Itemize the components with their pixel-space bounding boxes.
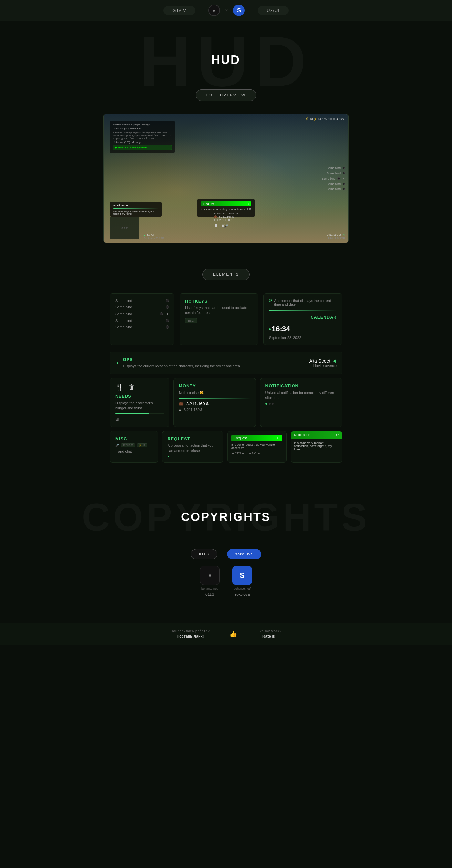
briefcase-icon: 💼 [179,401,184,406]
misc-card: MISC 🎤 125/1000 ⚡ 12 ...and chat [110,431,158,463]
footer-label-en: Like my work? [257,629,282,633]
money-line-1: 💼 3.211.160 $ [214,215,234,218]
top-nav: GTA V ● × S UX/UI [0,0,452,21]
yes-btn[interactable]: ◄ YES ► [214,212,225,215]
notif-dot-3 [272,403,274,405]
keybind-dot-1 [343,167,345,169]
credit-logo-sokolova[interactable]: S behance.net/ sokol0va [232,566,252,597]
request-widget-btns: ◄ YES ► ◄ NO ► [231,452,283,455]
behance-label-2: behance.net/ [234,587,251,590]
needs-desc: Displays the character's hunger and thir… [115,401,164,411]
misc-badge: 125/1000 [121,443,135,447]
fork-icon: 🍴 [115,383,123,391]
calendar-time: 16:34 [272,325,290,333]
logo-sokolova-icon: S [232,566,252,585]
money-green-line [179,398,251,399]
gps-street: Alta Street [309,359,330,364]
nav-uxui-pill[interactable]: UX/UI [258,6,289,15]
hud-request-key: C [247,202,249,206]
misc-badge-2: ⚡ 12 [137,443,147,447]
drop-icon: 🗑 [129,383,135,391]
hud-keybinds: Some bind Some bind Some bind ◄ Some bin… [321,166,345,191]
keybind-item-4: Some bind [115,319,169,322]
chevron-icon: ◄ [342,177,345,180]
gps-label: GPS [123,357,240,362]
credit-btn-01ls[interactable]: 01LS [191,549,217,559]
notification-label: NOTIFICATION [265,383,337,389]
needs-label: NEEDS [115,394,164,399]
hotkeys-desc: List of keys that can be used to activat… [185,306,253,315]
no-btn[interactable]: ◄ NO ► [228,212,238,215]
cash-icon: ≡ [179,407,181,412]
footer: Понравилась работа? Поставь лайк! 👍 Like… [0,623,452,645]
hud-stats: ⚡ 13 ⚡ 14 125/ 1000 ◄ 12✗ [305,117,345,121]
request-widget-card: Request C It is some request, do you wan… [227,431,287,463]
keybind-label-1: Some bind [115,299,132,303]
gps-area: Havick avenue [309,364,337,368]
notification-dots [265,403,337,405]
keybind-dot-2 [343,172,345,175]
needs-bar-fill [115,413,149,414]
needs-icons: 🍴 🗑 [115,383,164,391]
keybind-label-3: Some bind [115,312,132,316]
gps-desc: Displays the current location of the cha… [123,364,240,369]
hotkeys-kbd: ESC [185,318,197,323]
nav-separator: × [225,7,228,13]
hud-request-text: It is some request, do you want to accep… [201,208,251,211]
request-widget-header: Request C [231,435,283,441]
request-yes-btn[interactable]: ◄ YES ► [231,452,245,455]
money-amount-1: 3.211.160 $ [186,401,208,406]
money-amount-2: 3.211.160 $ [184,408,202,411]
nav-logo-01ls[interactable]: ● [208,4,220,16]
elements-button[interactable]: ELEMENTS [202,269,250,280]
pause-icon: ⏸ [214,223,218,228]
chat-line-1: Kristina Sokolova (24): Message [113,123,172,126]
notif-green-line [113,208,159,209]
request-green-line [168,456,218,457]
hotkeys-label: HOTKEYS [185,299,253,304]
clock-dot [144,235,145,236]
footer-en: Like my work? Rate it! [257,629,282,639]
keybind-row-3: Some bind ◄ [321,177,345,180]
money-line-2: ≡ 1.291.160 $ [214,218,234,222]
footer-ru: Понравилась работа? Поставь лайк! [170,629,209,639]
request-no-btn[interactable]: ◄ NO ► [249,452,260,455]
copyrights-wrapper: COPYRIGHTS COPYRIGHTS [82,495,370,539]
chat-input[interactable]: ▶ Enter your message here [113,145,172,150]
keybinds-card: Some bind Some bind Some bind ◄ Some bin… [110,293,174,345]
gps-icon: ▲ [115,360,120,366]
notification-summary-card: NOTIFICATION Universal notification for … [260,378,343,427]
gps-card: ▲ GPS Displays the current location of t… [110,351,342,374]
notif-widget-body: It is some very imortant notification, d… [291,439,342,454]
keybind-item-2: Some bind [115,305,169,309]
money-row-2: ≡ 3.211.160 $ [179,407,251,412]
behance-label-1: behance.net/ [201,587,218,590]
notif-dot-1 [265,403,267,405]
request-label: REQUEST [168,436,218,441]
keybind-label-5: Some bind [115,325,132,329]
hud-date-value: September 28, 2022 [144,237,164,239]
keybind-label-4: Some bind [115,319,132,322]
credit-logo-01ls[interactable]: ● behance.net/ 01LS [200,566,220,597]
credit-logos: ● behance.net/ 01LS S behance.net/ sokol… [0,566,452,597]
footer-action-ru: Поставь лайк! [170,634,209,639]
calendar-green-line [269,310,337,311]
location-area: Havick avenue [328,237,345,239]
money-amount-2: 1.291.160 $ [217,218,232,222]
hud-notif-text: It is some very important notification, … [113,210,159,215]
money-row-1: 💼 3.211.160 $ [179,401,251,406]
nav-logo-sokolova[interactable]: S [233,4,245,16]
misc-desc: ...and chat [115,449,153,453]
nav-gta-pill[interactable]: GTA V [163,6,195,15]
misc-label: MISC [115,436,153,441]
like-icon[interactable]: 👍 [229,630,237,638]
keybind-item-1: Some bind [115,299,169,303]
request-widget-text: It is some request, do you want to accep… [231,443,283,450]
calendar-time-dot [269,328,271,330]
hud-request: Request C It is some request, do you wan… [197,199,255,217]
hud-request-label: Request [203,202,215,206]
credit-btn-sokolova[interactable]: sokol0va [227,549,261,559]
footer-label-ru: Понравилась работа? [170,629,209,633]
credit-name-sokolova: sokol0va [234,592,250,597]
request-widget-label: Request [235,436,247,440]
